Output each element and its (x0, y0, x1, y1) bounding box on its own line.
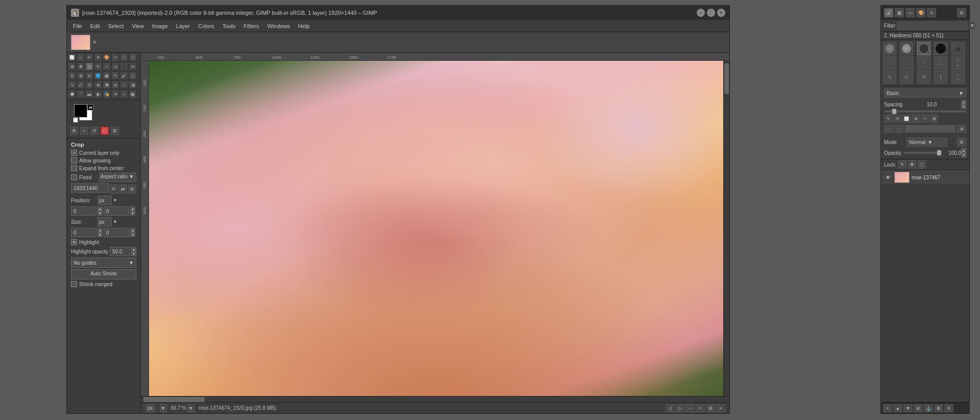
position-unit[interactable]: px (97, 196, 112, 205)
menu-file[interactable]: File (69, 22, 86, 30)
tool-ellipse-select[interactable]: ○ (77, 53, 85, 61)
swap-colors-button[interactable]: ⇄ (87, 104, 93, 110)
tool-move[interactable]: ✥ (77, 62, 85, 71)
tool-perspective[interactable]: ⬛ (120, 62, 128, 71)
spacing-down[interactable]: ▼ (961, 104, 966, 109)
rp-duplicate-layer[interactable]: ⊕ (914, 404, 923, 412)
opacity-down[interactable]: ▼ (961, 153, 966, 157)
tool-color-balance[interactable]: ⬟ (68, 90, 76, 98)
maximize-button[interactable]: □ (707, 9, 715, 17)
vertical-scrollbar-thumb[interactable] (724, 63, 729, 94)
rp-new-layer[interactable]: + (883, 404, 892, 412)
position-y-input[interactable] (104, 206, 129, 216)
menu-image[interactable]: Image (148, 22, 172, 30)
menu-help[interactable]: Help (294, 22, 314, 30)
tool-text[interactable]: A (85, 72, 93, 80)
highlight-opacity-up[interactable]: ▲ (131, 247, 136, 251)
unit-dropdown-arrow[interactable]: ▼ (160, 404, 167, 412)
ratio-input[interactable] (71, 183, 109, 193)
brush-item-13[interactable]: ⁜ (917, 71, 930, 84)
position-unit-arrow[interactable]: ▼ (113, 198, 117, 203)
guides-dropdown[interactable]: No guides ▼ (71, 258, 136, 268)
tool-scale[interactable]: ⤢ (103, 62, 111, 71)
brush-item-11[interactable]: ∿ (883, 71, 896, 84)
brush-item-5[interactable]: ★ (951, 42, 965, 55)
ratio-reset-button[interactable]: ⟳ (110, 184, 118, 194)
tool-scissors[interactable]: ✂ (111, 53, 119, 61)
layer-visibility-toggle[interactable]: 👁 (884, 173, 892, 181)
tool-shear[interactable]: ⊿ (111, 62, 119, 71)
tool-unified-transform[interactable]: ⊕ (77, 72, 85, 80)
paint-dyn-icon-6[interactable]: ⊞ (930, 114, 938, 123)
position-x-input[interactable] (71, 206, 96, 216)
rp-anchor-layer[interactable]: ⚓ (924, 404, 933, 412)
brush-item-8[interactable]: ⋮ (917, 56, 930, 69)
paint-dyn-icon-5[interactable]: ≈ (921, 114, 929, 123)
tool-colorize[interactable]: 🎭 (103, 90, 111, 98)
menu-view[interactable]: View (128, 22, 148, 30)
brush-item-4[interactable] (934, 42, 947, 55)
palettes-icon[interactable]: 🎨 (916, 8, 925, 17)
ratio-swap-button[interactable]: ⇄ (119, 184, 127, 194)
tool-bucket-fill[interactable]: 🪣 (94, 72, 102, 80)
tool-posterize[interactable]: ▦ (129, 90, 137, 98)
filter-input[interactable] (897, 21, 967, 30)
size-w-up[interactable]: ▲ (97, 228, 103, 232)
auto-shrink-button[interactable]: Auto Shrink (71, 269, 136, 279)
tool-hue-saturation[interactable]: ◐ (94, 90, 102, 98)
image-thumbnail[interactable] (71, 35, 90, 50)
tool-options-icon[interactable]: ⚙ (70, 127, 78, 135)
menu-filters[interactable]: Filters (240, 22, 263, 30)
horizontal-scrollbar-thumb[interactable] (143, 397, 205, 402)
brush-item-10[interactable]: ⁚ (951, 56, 965, 69)
status-unit[interactable]: px (145, 404, 156, 412)
close-button[interactable]: ✕ (717, 9, 725, 17)
tool-brightness[interactable]: ☀ (111, 90, 119, 98)
dots-icon-3[interactable]: ⊞ (957, 125, 966, 133)
mode-extra-button[interactable]: ⊞ (957, 137, 966, 147)
tool-convolve[interactable]: ⊛ (111, 81, 119, 89)
filter-dropdown-button[interactable]: ▼ (969, 21, 975, 30)
highlight-toggle[interactable]: ✕ (71, 239, 77, 245)
brush-item-1[interactable] (883, 42, 896, 55)
position-x-down[interactable]: ▼ (97, 211, 103, 216)
brush-item-7[interactable]: ⁙ (900, 56, 913, 69)
dots-icon-1[interactable]: ⋯ (884, 125, 893, 133)
canvas-viewport[interactable] (149, 61, 723, 396)
size-h-up[interactable]: ▲ (130, 228, 135, 232)
panel-expand-icon[interactable]: ⊞ (957, 8, 966, 17)
tool-heal[interactable]: ⊕ (94, 81, 102, 89)
position-y-down[interactable]: ▼ (130, 211, 135, 216)
minimize-button[interactable]: – (697, 9, 705, 17)
opacity-up[interactable]: ▲ (961, 148, 966, 153)
size-h-down[interactable]: ▼ (130, 232, 135, 237)
vertical-scrollbar[interactable] (723, 61, 729, 396)
tool-flip[interactable]: ⇔ (129, 62, 137, 71)
shrink-merged-checkbox[interactable] (71, 281, 77, 287)
tool-threshold[interactable]: ▪ (120, 90, 128, 98)
menu-select[interactable]: Select (104, 22, 128, 30)
horizontal-scrollbar[interactable] (141, 396, 729, 402)
tool-paths[interactable]: ⬠ (129, 53, 137, 61)
expand-from-center-checkbox[interactable] (71, 165, 77, 171)
menu-layer[interactable]: Layer (172, 22, 194, 30)
menu-windows[interactable]: Windows (263, 22, 294, 30)
reset-colors-button[interactable] (73, 118, 78, 123)
ratio-extra-button[interactable]: ⊞ (128, 184, 136, 194)
lock-pixels-icon[interactable]: ✎ (898, 160, 906, 169)
paint-dyn-icon-2[interactable]: ⟳ (893, 114, 901, 123)
rp-layer-up[interactable]: ▲ (893, 404, 902, 412)
size-h-input[interactable] (104, 228, 129, 237)
tool-align[interactable]: ⊞ (68, 62, 76, 71)
status-btn-zoom-in[interactable]: + (696, 404, 705, 412)
status-btn-zoom-out[interactable]: − (685, 404, 695, 412)
tool-blend[interactable]: ▦ (103, 72, 111, 80)
tool-airbrush[interactable]: ∿ (68, 81, 76, 89)
tool-rotate[interactable]: ↻ (94, 62, 102, 71)
tool-foreground-select[interactable]: ⬡ (120, 53, 128, 61)
fonts-icon[interactable]: A (927, 8, 936, 17)
tool-pencil[interactable]: ✎ (111, 72, 119, 80)
status-btn-fit[interactable]: ⊞ (706, 404, 715, 412)
menu-tools[interactable]: Tools (218, 22, 240, 30)
tool-eraser[interactable]: ◻ (129, 72, 137, 80)
